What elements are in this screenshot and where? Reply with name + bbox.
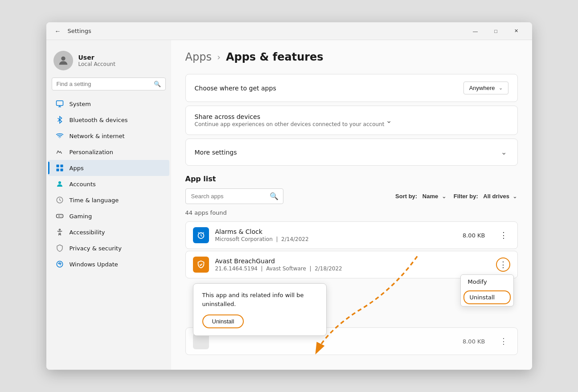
gaming-icon (55, 212, 64, 220)
alarms-size: 8.00 KB (463, 232, 485, 239)
sidebar-item-personalization-label: Personalization (70, 149, 114, 155)
chevron-down-icon: ⌄ (499, 85, 503, 91)
sidebar-item-accessibility[interactable]: Accessibility (48, 224, 169, 240)
user-info: User Local Account (78, 54, 115, 67)
user-name: User (78, 54, 115, 61)
avast-info: Avast BreachGuard 21.6.1464.5194 | Avast… (215, 257, 490, 272)
choose-apps-value: Anywhere (469, 85, 495, 91)
accounts-icon (55, 180, 64, 188)
uninstall-popup-text: This app and its related info will be un… (202, 291, 317, 308)
alarms-meta: Microsoft Corporation | 2/14/2022 (215, 236, 456, 242)
system-icon (55, 99, 64, 108)
privacy-icon (55, 244, 64, 253)
sidebar-item-system[interactable]: System (48, 96, 169, 112)
third-app-more-button[interactable]: ⋮ (497, 335, 510, 348)
sidebar-item-personalization[interactable]: Personalization (48, 144, 169, 160)
sort-value: Name (422, 193, 438, 200)
breadcrumb-current: Apps & features (226, 51, 324, 63)
sidebar-item-time[interactable]: Time & language (48, 192, 169, 208)
sidebar-item-time-label: Time & language (70, 197, 119, 204)
sidebar-item-update[interactable]: Windows Update (48, 256, 169, 272)
sidebar-item-update-label: Windows Update (70, 261, 118, 268)
sidebar-item-gaming-label: Gaming (70, 213, 92, 220)
sort-label: Sort by: (395, 193, 417, 200)
search-icon: 🔍 (154, 81, 161, 87)
alarms-icon (193, 227, 209, 243)
more-settings-label: More settings (195, 149, 499, 156)
alarms-name: Alarms & Clock (215, 228, 456, 235)
context-menu-uninstall[interactable]: Uninstall (463, 290, 511, 304)
user-section: User Local Account (46, 45, 171, 78)
app-card-alarms: Alarms & Clock Microsoft Corporation | 2… (185, 221, 518, 249)
share-devices-label: Share across devices (195, 113, 385, 120)
choose-apps-card: Choose where to get apps Anywhere ⌄ (185, 74, 518, 102)
sidebar: User Local Account 🔍 (46, 40, 171, 370)
app-row-alarms: Alarms & Clock Microsoft Corporation | 2… (186, 222, 517, 249)
alarms-more-button[interactable]: ⋮ (497, 229, 510, 242)
close-button[interactable]: ✕ (506, 24, 527, 38)
back-button[interactable]: ← (52, 25, 64, 37)
sort-filter-controls: Sort by: Name ⌄ Filter by: All drives ⌄ (395, 193, 517, 200)
page-header: Apps › Apps & features (185, 51, 518, 63)
personalization-icon (55, 147, 64, 156)
filter-value: All drives (483, 193, 509, 200)
search-apps-icon: 🔍 (270, 192, 279, 200)
sidebar-item-apps-label: Apps (70, 165, 84, 172)
titlebar: ← Settings — □ ✕ (46, 22, 532, 40)
avast-name: Avast BreachGuard (215, 257, 490, 265)
sidebar-nav: System Bluetooth & devices (46, 96, 171, 272)
filter-button[interactable]: Filter by: All drives ⌄ (454, 193, 518, 200)
choose-apps-label: Choose where to get apps (195, 85, 463, 92)
window-controls: — □ ✕ (465, 24, 527, 38)
update-icon (55, 260, 64, 269)
share-devices-expand[interactable]: ⌄ (384, 114, 394, 127)
svg-point-9 (59, 229, 60, 230)
svg-rect-4 (56, 169, 59, 172)
third-app-name (215, 338, 456, 345)
sidebar-item-network[interactable]: Network & internet (48, 128, 169, 144)
maximize-button[interactable]: □ (486, 24, 506, 38)
search-apps-input[interactable] (191, 193, 266, 200)
choose-apps-dropdown[interactable]: Anywhere ⌄ (463, 82, 508, 94)
svg-rect-2 (56, 165, 59, 167)
sidebar-item-gaming[interactable]: Gaming (48, 208, 169, 224)
third-app-size: 8.00 KB (463, 338, 485, 345)
search-input[interactable] (57, 81, 150, 87)
svg-rect-5 (60, 169, 63, 172)
app-card-avast: Avast BreachGuard 21.6.1464.5194 | Avast… (185, 251, 518, 278)
apps-count: 44 apps found (185, 209, 518, 216)
sort-button[interactable]: Sort by: Name ⌄ (395, 193, 447, 200)
sidebar-item-bluetooth-label: Bluetooth & devices (70, 117, 128, 123)
breadcrumb-separator: › (217, 52, 221, 62)
sidebar-item-accounts[interactable]: Accounts (48, 176, 169, 192)
more-settings-row: More settings ⌄ (186, 139, 517, 165)
alarms-info: Alarms & Clock Microsoft Corporation | 2… (215, 228, 456, 242)
context-menu-modify[interactable]: Modify (461, 275, 513, 289)
sidebar-item-apps[interactable]: Apps (48, 160, 169, 176)
app-list-title: App list (185, 175, 518, 183)
avast-context-menu: Modify Uninstall (460, 274, 514, 306)
uninstall-confirm-button[interactable]: Uninstall (202, 314, 244, 328)
time-icon (55, 196, 64, 204)
avast-more-button[interactable]: ⋮ (496, 257, 510, 272)
breadcrumb-parent[interactable]: Apps (185, 51, 212, 63)
content-area: User Local Account 🔍 (46, 40, 532, 370)
sidebar-item-bluetooth[interactable]: Bluetooth & devices (48, 112, 169, 128)
minimize-button[interactable]: — (465, 24, 486, 38)
more-settings-card: More settings ⌄ (185, 139, 518, 166)
settings-window: ← Settings — □ ✕ User Local Account (46, 22, 532, 370)
sidebar-item-system-label: System (70, 101, 91, 107)
sidebar-item-privacy[interactable]: Privacy & security (48, 240, 169, 256)
avast-meta: 21.6.1464.5194 | Avast Software | 2/18/2… (215, 265, 490, 272)
sidebar-item-accounts-label: Accounts (70, 181, 96, 188)
sidebar-item-network-label: Network & internet (70, 133, 125, 139)
search-apps[interactable]: 🔍 (185, 188, 283, 204)
app-list-header: App list 🔍 Sort by: Name ⌄ Filter by: Al… (185, 175, 518, 204)
sidebar-item-privacy-label: Privacy & security (70, 245, 122, 252)
share-devices-sub: Continue app experiences on other device… (195, 121, 385, 127)
share-devices-info: Share across devices Continue app experi… (195, 113, 385, 127)
more-settings-expand[interactable]: ⌄ (499, 146, 508, 158)
sidebar-search[interactable]: 🔍 (52, 78, 166, 90)
share-devices-row: Share across devices Continue app experi… (186, 106, 517, 135)
apps-icon (55, 163, 64, 172)
